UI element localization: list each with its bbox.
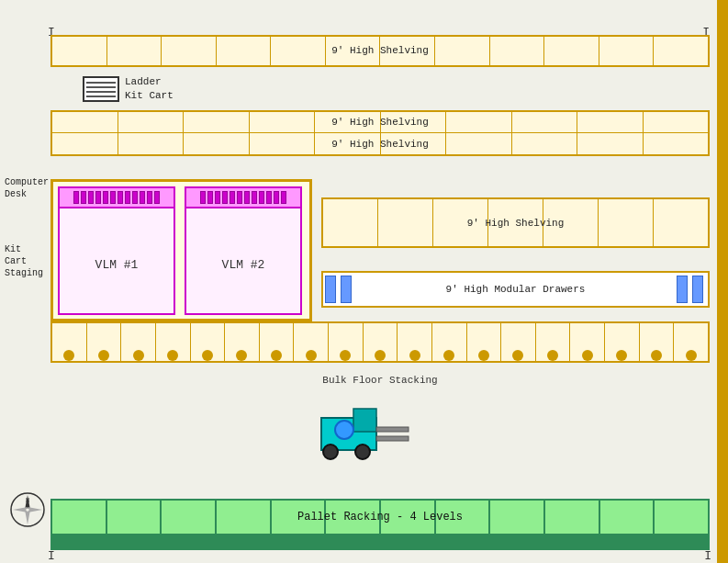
shelf-cell xyxy=(184,133,250,154)
vlm-2-top-strip xyxy=(186,188,300,208)
vlm-bar xyxy=(110,191,116,204)
bottom-border-line xyxy=(50,535,710,550)
svg-point-5 xyxy=(355,445,370,459)
svg-point-6 xyxy=(335,421,353,439)
vlm-1-box: VLM #1 xyxy=(58,186,175,315)
vlm-bar xyxy=(88,191,94,204)
pallet-cell xyxy=(655,501,708,534)
vlm-bar xyxy=(118,191,123,204)
bottom-marker-left: I xyxy=(48,549,55,563)
vlm-bar xyxy=(237,191,242,204)
shelf-cell xyxy=(446,112,512,132)
shelf-cell xyxy=(323,199,378,246)
shelf-row-3: 9' High Shelving xyxy=(321,197,710,248)
drawer-blue-box xyxy=(677,276,688,303)
shelf-cell xyxy=(52,37,107,65)
shelf-cell xyxy=(654,37,708,65)
vlm-bar xyxy=(215,191,220,204)
vlm-2-label: VLM #2 xyxy=(222,258,265,272)
vlm-bar xyxy=(252,191,257,204)
shelf-cell xyxy=(378,199,433,246)
shelf-cell xyxy=(184,112,250,132)
svg-point-4 xyxy=(323,445,338,459)
vlm-container: VLM #1 VLM #2 xyxy=(50,179,312,321)
pallet-cell xyxy=(162,501,217,534)
shelf-cell xyxy=(118,112,185,132)
shelf-cell xyxy=(52,133,118,154)
shelf-cell xyxy=(446,133,512,154)
shelf-cell xyxy=(217,37,272,65)
shelf-label-2a: 9' High Shelving xyxy=(331,117,429,128)
vlm-2-box: VLM #2 xyxy=(185,186,302,315)
shelf-label-1: 9' High Shelving xyxy=(331,45,429,56)
shelf-row-4: 9' High Modular Drawers xyxy=(321,271,710,308)
compass: N xyxy=(9,491,46,528)
kit-cart-label: Ladder Kit Cart xyxy=(125,75,174,104)
vlm-bar xyxy=(266,191,272,204)
vlm-bar xyxy=(244,191,250,204)
vlm-1-top-strip xyxy=(60,188,174,208)
shelf-cell xyxy=(654,199,708,246)
shelf-cell xyxy=(599,37,655,65)
pallet-cell xyxy=(217,501,272,534)
shelf-cell xyxy=(599,199,654,246)
shelf-row-1: 9' High Shelving xyxy=(50,35,710,67)
pallet-cell xyxy=(490,501,545,534)
shelf-label-4: 9' High Modular Drawers xyxy=(446,284,586,295)
computer-desk-label: ComputerDesk xyxy=(5,176,49,200)
vlm-bar xyxy=(147,191,152,204)
forklift xyxy=(312,404,413,467)
svg-rect-2 xyxy=(376,427,409,432)
svg-marker-10 xyxy=(13,507,28,512)
kit-cart-area: Ladder Kit Cart xyxy=(83,75,174,104)
shelf-cell xyxy=(577,133,644,154)
shelf-cell xyxy=(512,133,578,154)
vlm-1-label: VLM #1 xyxy=(95,258,139,272)
vlm-bar xyxy=(274,191,279,204)
vlm-bar xyxy=(81,191,86,204)
shelf-cell xyxy=(544,37,599,65)
shelf-label-2b: 9' High Shelving xyxy=(331,139,429,150)
pallet-racking: Pallet Racking - 4 Levels xyxy=(50,499,710,535)
shelf-label-3: 9' High Shelving xyxy=(467,218,565,229)
right-wall xyxy=(717,0,728,563)
shelf-cell xyxy=(162,37,217,65)
shelf-cell xyxy=(107,37,162,65)
svg-marker-11 xyxy=(28,507,42,512)
drawer-blue-box xyxy=(341,276,352,303)
vlm-bar xyxy=(132,191,138,204)
vlm-bar xyxy=(259,191,264,204)
kit-cart-staging-label: KitCartStaging xyxy=(5,243,43,279)
vlm-bar xyxy=(95,191,101,204)
pallet-cell xyxy=(107,501,162,534)
pallet-racking-label: Pallet Racking - 4 Levels xyxy=(297,511,463,524)
vlm-bar xyxy=(154,191,160,204)
shelf-cell xyxy=(435,37,490,65)
bottom-marker-right: I xyxy=(704,549,711,563)
warehouse-floor-plan: I I 9' High Shelving xyxy=(0,0,728,563)
vlm-bar xyxy=(125,191,130,204)
vlm-bar xyxy=(281,191,286,204)
pallet-cell xyxy=(600,501,655,534)
svg-rect-3 xyxy=(376,436,409,441)
vlm-bar xyxy=(230,191,235,204)
shelf-cell xyxy=(490,37,545,65)
vlm-bar xyxy=(103,191,108,204)
bulk-stacking-label: Bulk Floor Stacking xyxy=(50,375,710,386)
vlm-bar xyxy=(200,191,206,204)
svg-text:N: N xyxy=(26,497,29,504)
shelf-cell xyxy=(512,112,578,132)
kit-cart-icon xyxy=(83,76,119,102)
shelf-row-2: 9' High Shelving 9' High Shelving xyxy=(50,110,710,156)
vlm-bar xyxy=(140,191,145,204)
vlm-bar xyxy=(73,191,79,204)
shelf-cell xyxy=(577,112,644,132)
shelf-cell xyxy=(118,133,185,154)
shelf-cell xyxy=(271,37,326,65)
pallet-cell xyxy=(52,501,107,534)
shelf-cell xyxy=(52,112,118,132)
shelf-cell xyxy=(250,112,316,132)
vlm-bar xyxy=(207,191,213,204)
drawer-blue-box xyxy=(692,276,703,303)
svg-rect-1 xyxy=(353,409,376,432)
